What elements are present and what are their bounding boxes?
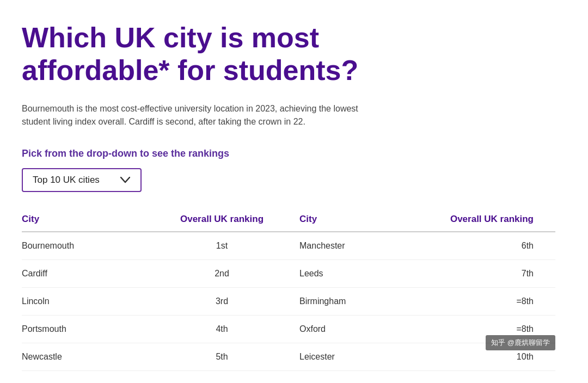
cell-rank1: 2nd [155, 269, 289, 279]
col-header-city2: City [289, 214, 422, 225]
col-header-city1: City [22, 214, 155, 225]
cell-city2: Manchester [289, 241, 422, 251]
cell-city1: Lincoln [22, 296, 155, 306]
city-dropdown[interactable]: Top 10 UK cities [22, 168, 142, 192]
cell-rank2: 6th [422, 241, 555, 251]
cell-city2: Oxford [289, 324, 422, 334]
col-header-rank1: Overall UK ranking [155, 214, 289, 225]
cell-city1: Bournemouth [22, 241, 155, 251]
page-title: Which UK city is most affordable* for st… [22, 22, 359, 87]
cell-rank1: 3rd [155, 296, 289, 306]
cell-city1: Newcastle [22, 352, 155, 362]
col-header-rank2: Overall UK ranking [422, 214, 555, 225]
table-row: Newcastle 5th Leicester 10th [22, 343, 555, 371]
cell-city2: Leicester [289, 352, 422, 362]
cell-rank1: 1st [155, 241, 289, 251]
cell-rank2: 7th [422, 269, 555, 279]
cell-rank2: =8th [422, 324, 555, 334]
cell-rank1: 4th [155, 324, 289, 334]
cell-city2: Leeds [289, 269, 422, 279]
table-row: Portsmouth 4th Oxford =8th [22, 316, 555, 343]
cell-city2: Birmingham [289, 296, 422, 306]
dropdown-label: Pick from the drop-down to see the ranki… [22, 148, 555, 159]
page-subtitle: Bournemouth is the most cost-effective u… [22, 102, 370, 128]
cell-city1: Cardiff [22, 269, 155, 279]
cell-rank1: 5th [155, 352, 289, 362]
dropdown-selected-value: Top 10 UK cities [33, 175, 100, 186]
cell-rank2: =8th [422, 296, 555, 306]
table-row: Lincoln 3rd Birmingham =8th [22, 288, 555, 316]
table-header: City Overall UK ranking City Overall UK … [22, 214, 555, 232]
table-row: Bournemouth 1st Manchester 6th [22, 232, 555, 260]
table-body: Bournemouth 1st Manchester 6th Cardiff 2… [22, 232, 555, 371]
chevron-down-icon [120, 175, 131, 186]
table-row: Cardiff 2nd Leeds 7th [22, 260, 555, 288]
rankings-table: City Overall UK ranking City Overall UK … [22, 214, 555, 371]
cell-city1: Portsmouth [22, 324, 155, 334]
cell-rank2: 10th [422, 352, 555, 362]
